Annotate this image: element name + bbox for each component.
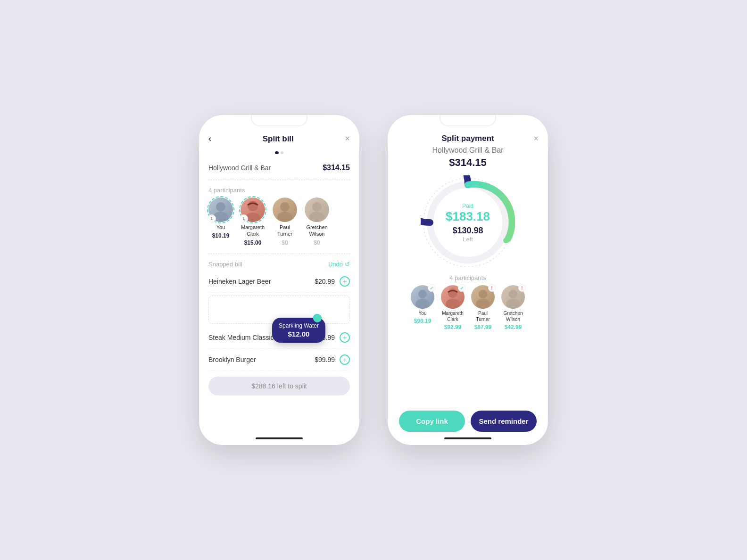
sp-participants-label: 4 participants (397, 274, 539, 281)
sp-name-margareth: MargarethClark (442, 310, 464, 322)
sp-participant-margareth: ✓ MargarethClark $92.99 (441, 285, 465, 330)
face-paul (273, 198, 297, 222)
avatar-paul (273, 198, 297, 222)
donut-paid-label: Paid (446, 203, 490, 209)
copy-link-button[interactable]: Copy link (399, 411, 465, 432)
participant-amount-paul: $0 (282, 239, 288, 246)
sp-amount-paul: $87.99 (474, 324, 492, 330)
avatar-badge-margareth: 1 (240, 214, 248, 223)
donut-left-amount: $130.98 (446, 226, 490, 235)
sp-participant-you: ✓ You $90.19 (411, 285, 434, 330)
bill-item-price-1: $20.99 (315, 278, 335, 285)
sp-amount-you: $90.19 (414, 318, 432, 324)
svg-point-12 (415, 299, 430, 309)
sp-restaurant-name: Hollywood Grill & Bar (397, 146, 539, 155)
sp-name-you: You (419, 310, 427, 316)
restaurant-row: Hollywood Grill & Bar $314.15 (208, 160, 350, 178)
sp-restaurant-total: $314.15 (397, 156, 539, 169)
sp-badge-you: ✓ (428, 284, 435, 292)
left-phone: ‹ Split bill × Hollywood Grill & Bar $31… (199, 115, 359, 445)
svg-point-15 (479, 290, 487, 298)
sp-amount-gretchen: $42.99 (505, 324, 522, 330)
avatar-wrap-margareth: 1 (241, 198, 265, 222)
sp-avatar-wrap-you: ✓ (411, 285, 434, 309)
left-phone-header: ‹ Split bill × (208, 134, 350, 144)
svg-point-17 (509, 290, 517, 298)
restaurant-total-left: $314.15 (323, 164, 350, 172)
bubble-item-name: Sparkling Water (279, 322, 319, 329)
bill-item-price-3: $99.99 (315, 356, 335, 363)
add-item-1-button[interactable]: + (340, 276, 350, 287)
back-button[interactable]: ‹ (208, 134, 211, 144)
sp-badge-margareth: ✓ (458, 284, 465, 292)
sp-name-paul: PaulTurner (476, 310, 490, 322)
undo-button[interactable]: Undo ↺ (328, 261, 350, 268)
donut-center: Paid $183.18 $130.98 Left (446, 203, 490, 243)
participants-label-left: 4 participants (208, 187, 350, 194)
progress-dots (208, 151, 350, 154)
bubble-plus-icon: + (313, 314, 322, 322)
home-bar-right (444, 437, 491, 439)
close-button-right[interactable]: × (533, 134, 539, 144)
svg-point-13 (448, 288, 457, 298)
sp-badge-gretchen: ! (518, 284, 526, 292)
donut-left-label: Left (446, 236, 490, 243)
sp-buttons: Copy link Send reminder (397, 411, 539, 434)
bill-item-name-2: Steak Medium Classic (208, 334, 274, 341)
svg-point-11 (418, 290, 427, 298)
participant-margareth: 1 MargarethClark $15.00 (241, 198, 265, 246)
sp-participant-gretchen: ! GretchenWilson $42.99 (501, 285, 525, 330)
sp-participants-list: ✓ You $90.19 ✓ MargarethC (397, 285, 539, 330)
svg-point-7 (309, 212, 324, 222)
svg-point-14 (446, 299, 460, 309)
left-to-split-button[interactable]: $288.16 left to split (208, 377, 350, 395)
participant-gretchen: GretchenWilson $0 (305, 198, 329, 246)
send-reminder-button[interactable]: Send reminder (471, 411, 537, 432)
add-item-2-button[interactable]: + (340, 332, 350, 343)
svg-point-6 (312, 202, 322, 212)
floating-bubble: + Sparkling Water $12.00 (272, 318, 325, 343)
divider-2 (208, 254, 350, 254)
participant-name-gretchen: GretchenWilson (306, 224, 327, 238)
bill-item-3: Brooklyn Burger $99.99 + (208, 349, 350, 371)
right-phone: Split payment × Hollywood Grill & Bar $3… (388, 115, 548, 445)
restaurant-name-left: Hollywood Grill & Bar (208, 164, 271, 172)
participants-list-left: 1 You $10.19 (208, 198, 350, 246)
avatar-wrap-paul (273, 198, 297, 222)
sp-badge-paul: ! (488, 284, 496, 292)
sp-name-gretchen: GretchenWilson (503, 310, 523, 322)
snapped-bill-header: Snapped bill Undo ↺ (208, 256, 350, 271)
avatar-gretchen (305, 198, 329, 222)
avatar-badge-you: 1 (208, 214, 216, 223)
participant-you: 1 You $10.19 (208, 198, 233, 246)
divider-1 (208, 180, 350, 180)
snapped-bill-label: Snapped bill (208, 261, 242, 268)
sp-amount-margareth: $92.99 (444, 324, 462, 330)
donut-paid-amount: $183.18 (446, 210, 490, 222)
add-item-3-button[interactable]: + (340, 354, 350, 365)
avatar-wrap-gretchen (305, 198, 329, 222)
right-phone-content: Split payment × Hollywood Grill & Bar $3… (388, 115, 548, 434)
sp-avatar-wrap-paul: ! (471, 285, 495, 309)
dot-2 (281, 151, 283, 154)
bill-item-name-1: Heineken Lager Beer (208, 278, 271, 285)
bill-item-name-3: Brooklyn Burger (208, 356, 256, 363)
participant-name-paul: PaulTurner (277, 224, 292, 238)
split-payment-header: Split payment × (397, 134, 539, 143)
svg-point-16 (476, 299, 490, 309)
participant-amount-margareth: $15.00 (244, 239, 262, 246)
svg-point-5 (277, 212, 292, 222)
phone-notch-right (440, 115, 496, 126)
bill-item-right-1: $20.99 + (315, 276, 350, 287)
participant-name-you: You (216, 224, 225, 231)
face-gretchen (305, 198, 329, 222)
left-phone-content: ‹ Split bill × Hollywood Grill & Bar $31… (199, 115, 359, 434)
participant-name-margareth: MargarethClark (241, 224, 265, 238)
split-payment-title: Split payment (441, 134, 494, 143)
participant-paul: PaulTurner $0 (273, 198, 297, 246)
svg-point-4 (280, 202, 290, 212)
close-button-left[interactable]: × (345, 134, 350, 144)
bill-item-right-3: $99.99 + (315, 354, 350, 365)
participant-amount-you: $10.19 (212, 232, 230, 239)
bill-item-1: Heineken Lager Beer $20.99 + (208, 271, 350, 293)
